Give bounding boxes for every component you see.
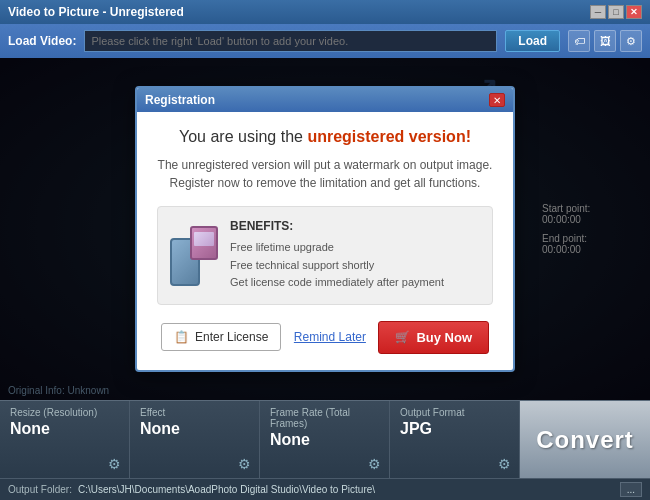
resize-option: Resize (Resolution) None ⚙ <box>0 401 130 478</box>
window-controls: ─ □ ✕ <box>590 5 642 19</box>
buy-now-button[interactable]: 🛒 Buy Now <box>378 321 489 354</box>
cart-icon: 🛒 <box>395 330 410 344</box>
resize-label: Resize (Resolution) <box>10 407 97 418</box>
dialog-headline: You are using the unregistered version! <box>157 128 493 146</box>
card-pic-graphic <box>194 232 214 246</box>
bottom-options-bar: Resize (Resolution) None ⚙ Effect None ⚙… <box>0 400 650 478</box>
resize-gear-icon[interactable]: ⚙ <box>108 456 121 472</box>
app-body: Load Video: Load 🏷 🖼 ⚙ ↗ Start point: 00… <box>0 24 650 500</box>
framerate-gear-icon[interactable]: ⚙ <box>368 456 381 472</box>
format-label: Output Format <box>400 407 464 418</box>
tag-icon[interactable]: 🏷 <box>568 30 590 52</box>
load-video-input[interactable] <box>84 30 497 52</box>
benefits-title: BENEFITS: <box>230 219 480 233</box>
dialog-title: Registration <box>145 93 215 107</box>
output-folder-bar: Output Folder: C:\Users\JH\Documents\Aoa… <box>0 478 650 500</box>
effect-label: Effect <box>140 407 165 418</box>
format-option: Output Format JPG ⚙ <box>390 401 520 478</box>
output-folder-label: Output Folder: <box>8 484 72 495</box>
benefits-list: Free lifetime upgrade Free technical sup… <box>230 239 480 292</box>
enter-license-button[interactable]: 📋 Enter License <box>161 323 281 351</box>
minimize-button[interactable]: ─ <box>590 5 606 19</box>
toolbar-icons: 🏷 🖼 ⚙ <box>568 30 642 52</box>
buy-now-label: Buy Now <box>416 330 472 345</box>
maximize-button[interactable]: □ <box>608 5 624 19</box>
browse-button[interactable]: ... <box>620 482 642 497</box>
framerate-label: Frame Rate (Total Frames) <box>270 407 379 429</box>
effect-value: None <box>140 420 180 438</box>
benefits-text: BENEFITS: Free lifetime upgrade Free tec… <box>230 219 480 292</box>
format-value: JPG <box>400 420 432 438</box>
dialog-body: You are using the unregistered version! … <box>137 112 513 370</box>
settings-icon[interactable]: ⚙ <box>620 30 642 52</box>
benefit-item-3: Get license code immediately after payme… <box>230 274 480 292</box>
registration-dialog: Registration ✕ You are using the unregis… <box>135 86 515 372</box>
framerate-option: Frame Rate (Total Frames) None ⚙ <box>260 401 390 478</box>
format-gear-icon[interactable]: ⚙ <box>498 456 511 472</box>
load-video-label: Load Video: <box>8 34 76 48</box>
benefits-box: BENEFITS: Free lifetime upgrade Free tec… <box>157 206 493 305</box>
title-bar: Video to Picture - Unregistered ─ □ ✕ <box>0 0 650 24</box>
dialog-subtext: The unregistered version will put a wate… <box>157 156 493 192</box>
remind-later-button[interactable]: Remind Later <box>294 330 366 344</box>
output-folder-path: C:\Users\JH\Documents\AoadPhoto Digital … <box>78 484 614 495</box>
video-canvas: ↗ Start point: 00:00:00 End point: 00:00… <box>0 58 650 400</box>
benefit-item-2: Free technical support shortly <box>230 257 480 275</box>
headline-highlight: unregistered version! <box>307 128 471 145</box>
effect-gear-icon[interactable]: ⚙ <box>238 456 251 472</box>
card-graphic <box>190 226 218 260</box>
convert-button[interactable]: Convert <box>520 401 650 478</box>
enter-license-label: Enter License <box>195 330 268 344</box>
load-video-bar: Load Video: Load 🏷 🖼 ⚙ <box>0 24 650 58</box>
framerate-value: None <box>270 431 310 449</box>
benefits-icon <box>170 226 218 286</box>
resize-value: None <box>10 420 50 438</box>
load-button[interactable]: Load <box>505 30 560 52</box>
effect-option: Effect None ⚙ <box>130 401 260 478</box>
license-icon: 📋 <box>174 330 189 344</box>
app-title: Video to Picture - Unregistered <box>8 5 184 19</box>
dialog-buttons: 📋 Enter License Remind Later 🛒 Buy Now <box>157 321 493 354</box>
dialog-close-button[interactable]: ✕ <box>489 93 505 107</box>
dialog-overlay: Registration ✕ You are using the unregis… <box>0 58 650 400</box>
dialog-title-bar: Registration ✕ <box>137 88 513 112</box>
close-button[interactable]: ✕ <box>626 5 642 19</box>
benefit-item-1: Free lifetime upgrade <box>230 239 480 257</box>
headline-prefix: You are using the <box>179 128 307 145</box>
image-icon[interactable]: 🖼 <box>594 30 616 52</box>
